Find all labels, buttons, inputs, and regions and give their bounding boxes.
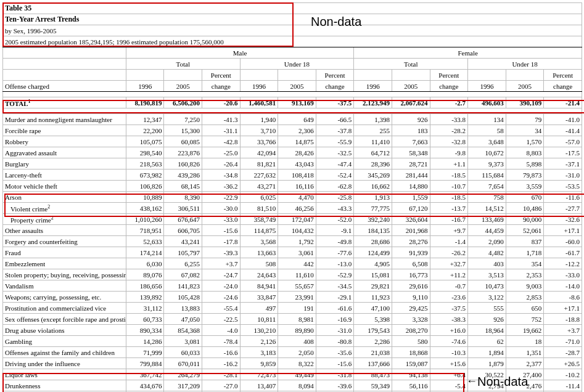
table-row: Forgery and counterfeiting52,63343,241-1… — [3, 236, 582, 247]
cell-value: 159,087 — [392, 358, 430, 369]
cell-value: 84,941 — [240, 280, 278, 292]
cell-value: 47,050 — [164, 314, 202, 325]
cell-value: 7,250 — [164, 114, 202, 125]
cell-value: 392,240 — [354, 214, 392, 225]
offense-label: Liquor laws — [3, 369, 126, 380]
cell-value: 13,883 — [164, 303, 202, 314]
cell-value: 18,964 — [468, 325, 506, 336]
cell-value: 555 — [468, 303, 506, 314]
cell-value: 2,853 — [506, 292, 544, 303]
cell-value: -61.7 — [544, 247, 582, 258]
cell-value: 9,373 — [468, 158, 506, 169]
cell-value: 670 — [506, 192, 544, 203]
cell-value: 6,508 — [392, 258, 430, 269]
cell-value: 7,654 — [468, 181, 506, 192]
cell-value: 105,075 — [126, 136, 164, 147]
cell-value: -28.2 — [430, 125, 468, 136]
cell-value: -22.9 — [202, 192, 241, 203]
offense-label: Arson — [3, 192, 126, 203]
cell-value: 2,090 — [468, 236, 506, 247]
cell-value: +6.4 — [430, 369, 468, 380]
cell-value: 79 — [506, 114, 544, 125]
cell-value: -37.1 — [544, 158, 582, 169]
table-row: Forcible rape22,20015,300-31.13,7102,306… — [3, 125, 582, 136]
cell-value: -49.8 — [316, 236, 354, 247]
offense-label: Motor vehicle theft — [3, 181, 126, 192]
offense-label: Forgery and counterfeiting — [3, 236, 126, 247]
col-2005: 2005 — [506, 81, 544, 92]
cell-value: 52,061 — [506, 225, 544, 236]
cell-value: -66.5 — [316, 114, 354, 125]
header-female: Female — [354, 47, 582, 59]
offense-label: Burglary — [3, 158, 126, 169]
cell-value: -18.5 — [430, 169, 468, 181]
cell-value: 10,811 — [240, 314, 278, 325]
cell-value: 43,043 — [278, 158, 316, 169]
cell-value: 281,444 — [392, 169, 430, 181]
offense-label: Fraud — [3, 247, 126, 258]
cell-value: 16,116 — [278, 181, 316, 192]
cell-value: 81,510 — [240, 203, 278, 214]
cell-value: +16.0 — [430, 325, 468, 336]
cell-value: 64,712 — [354, 147, 392, 158]
cell-value: 3,061 — [278, 247, 316, 258]
cell-value: -74.6 — [430, 336, 468, 347]
offense-label: Drunkenness — [3, 380, 126, 391]
cell-value: 227,632 — [240, 169, 278, 181]
cell-value: 442 — [278, 258, 316, 269]
cell-value: 43,241 — [164, 236, 202, 247]
cell-value: -60.0 — [544, 236, 582, 247]
cell-value: -28.7 — [544, 347, 582, 358]
cell-value: -29.1 — [316, 292, 354, 303]
col-1996: 1996 — [126, 81, 164, 92]
cell-value: -39.6 — [316, 380, 354, 391]
cell-value: 130,210 — [240, 325, 278, 336]
cell-value: -41.4 — [544, 125, 582, 136]
cell-value: 2,050 — [278, 347, 316, 358]
cell-value: 5,898 — [506, 158, 544, 169]
cell-value: 3,328 — [392, 314, 430, 325]
cell-value: -30.0 — [202, 203, 241, 214]
cell-value: 14,286 — [126, 336, 164, 347]
cell-value: 124,499 — [354, 247, 392, 258]
cell-value: -28.1 — [202, 369, 241, 380]
cell-value: -1.4 — [430, 236, 468, 247]
cell-value: 71,999 — [126, 347, 164, 358]
cell-value: 7,663 — [392, 136, 430, 147]
cell-value: 298,540 — [126, 147, 164, 158]
cell-value: -62.8 — [316, 181, 354, 192]
cell-value: -32.8 — [430, 136, 468, 147]
cell-value: 8,803 — [506, 147, 544, 158]
cell-value: 14,512 — [468, 203, 506, 214]
cell-value: -38.3 — [430, 314, 468, 325]
cell-value: 718,951 — [126, 225, 164, 236]
cell-value: -36.2 — [202, 181, 241, 192]
cell-value: 33,847 — [240, 292, 278, 303]
cell-value: -5.4 — [430, 380, 468, 391]
cell-value: 306,511 — [164, 203, 202, 214]
table-row: Violent crime2438,162306,511-30.081,5104… — [3, 203, 582, 214]
offense-label: Forcible rape — [3, 125, 126, 136]
cell-value: 9,003 — [506, 280, 544, 292]
cell-value: 438,162 — [126, 203, 164, 214]
cell-value: -15.6 — [316, 358, 354, 369]
table-row: Prostitution and commercialized vice31,1… — [3, 303, 582, 314]
non-data-label-bottom: Non-data — [477, 375, 528, 389]
cell-value: -24.7 — [202, 269, 241, 280]
cell-value: 208,270 — [392, 325, 430, 336]
cell-value: 114,875 — [240, 225, 278, 236]
cell-value: -37.5 — [430, 303, 468, 314]
cell-value: -11.4 — [544, 380, 582, 391]
offense-label: Offenses against the family and children — [3, 347, 126, 358]
col-change: change — [316, 81, 354, 92]
cell-value: 926 — [468, 314, 506, 325]
cell-value: 926 — [392, 114, 430, 125]
table-row: Murder and nonnegligent manslaughter12,3… — [3, 114, 582, 125]
cell-value: 16,662 — [354, 181, 392, 192]
offense-label: Vandalism — [3, 280, 126, 292]
cell-value: 3,183 — [240, 347, 278, 358]
cell-value: -11.6 — [544, 192, 582, 203]
cell-value: 28,721 — [392, 158, 430, 169]
cell-value: 105,797 — [164, 247, 202, 258]
cell-value: +26.5 — [544, 358, 582, 369]
